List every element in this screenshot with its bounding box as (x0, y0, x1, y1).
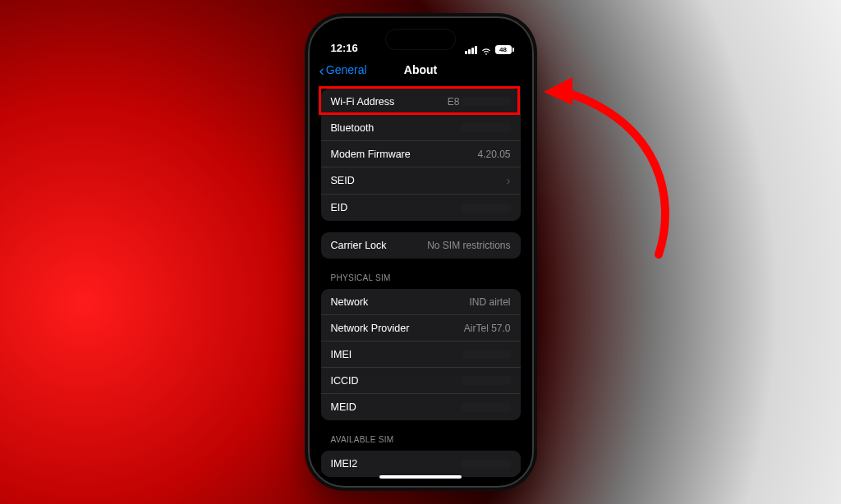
settings-group-device-info: Wi-Fi AddressE8BluetoothModem Firmware4.… (321, 89, 521, 221)
screen: 12:16 48 ‹ General About (313, 21, 529, 483)
settings-row-iccid[interactable]: ICCID (321, 368, 521, 394)
row-label: Bluetooth (331, 122, 375, 134)
back-label: General (326, 63, 367, 76)
row-value: 4.20.05 (477, 149, 510, 160)
row-label: Wi-Fi Address (331, 96, 395, 108)
settings-row-bluetooth[interactable]: Bluetooth (321, 115, 521, 141)
settings-group-available-sim: IMEI2 (321, 451, 521, 477)
row-label: Network (331, 296, 369, 308)
redacted-value (462, 403, 511, 412)
settings-group-carrier: Carrier LockNo SIM restrictions (321, 232, 521, 259)
redacted-value (462, 460, 511, 469)
row-value: E8 (448, 96, 460, 108)
settings-row-eid[interactable]: EID (321, 195, 521, 221)
row-label: EID (331, 202, 348, 213)
redacted-value (462, 97, 511, 106)
settings-row-imei2[interactable]: IMEI2 (321, 451, 521, 477)
battery-icon: 48 (495, 45, 514, 54)
row-label: SEID (331, 175, 355, 186)
settings-group-physical-sim: NetworkIND airtelNetwork ProviderAirTel … (321, 289, 521, 420)
iphone-frame: 12:16 48 ‹ General About (308, 16, 534, 488)
back-button[interactable]: ‹ General (319, 62, 367, 78)
settings-row-imei[interactable]: IMEI (321, 341, 521, 368)
redacted-value (462, 204, 511, 213)
row-label: MEID (331, 401, 356, 413)
arrow-annotation (527, 66, 692, 279)
row-label: IMEI2 (331, 458, 358, 470)
row-label: Modem Firmware (331, 149, 411, 160)
row-label: Carrier Lock (331, 240, 387, 251)
redacted-value (462, 350, 511, 359)
status-time: 12:16 (331, 42, 358, 54)
settings-row-carrier-lock[interactable]: Carrier LockNo SIM restrictions (321, 232, 521, 259)
group-header-physical-sim: Physical SIM (313, 270, 529, 284)
redacted-value (462, 123, 511, 132)
chevron-right-icon: › (507, 174, 511, 187)
group-header-available-sim: Available SIM (313, 432, 529, 446)
dynamic-island (386, 30, 455, 49)
settings-row-modem-firmware[interactable]: Modem Firmware4.20.05 (321, 141, 521, 167)
row-label: ICCID (331, 375, 359, 387)
settings-row-meid[interactable]: MEID (321, 394, 521, 420)
settings-row-seid[interactable]: SEID› (321, 167, 521, 195)
wifi-icon (480, 46, 492, 54)
row-value: AirTel 57.0 (464, 323, 511, 334)
page-background: 12:16 48 ‹ General About (0, 0, 841, 504)
row-value: IND airtel (469, 296, 510, 308)
cellular-signal-icon (465, 46, 477, 54)
settings-content[interactable]: Wi-Fi AddressE8BluetoothModem Firmware4.… (313, 84, 529, 483)
settings-row-network[interactable]: NetworkIND airtel (321, 289, 521, 315)
row-value: No SIM restrictions (427, 240, 510, 251)
nav-bar: ‹ General About (313, 56, 529, 84)
row-label: Network Provider (331, 323, 410, 334)
home-indicator[interactable] (379, 475, 462, 479)
chevron-left-icon: ‹ (319, 62, 324, 78)
settings-row-network-provider[interactable]: Network ProviderAirTel 57.0 (321, 315, 521, 341)
settings-row-wifi-address[interactable]: Wi-Fi AddressE8 (321, 89, 521, 115)
row-label: IMEI (331, 349, 352, 360)
redacted-value (462, 376, 511, 385)
